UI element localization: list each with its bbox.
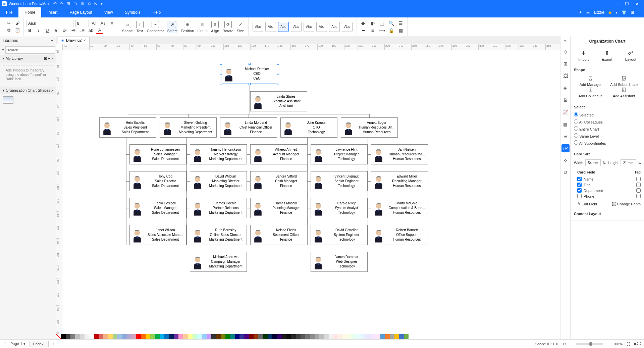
width-input[interactable] (585, 159, 601, 166)
size-tool[interactable]: ⤢Size (237, 21, 244, 33)
format-painter-icon[interactable]: 🖌 (14, 20, 21, 27)
org-node[interactable]: Janet WilsonSales Associate Mana...Sales… (129, 225, 186, 245)
color-swatch[interactable] (117, 334, 122, 339)
table-tab-icon[interactable]: ▦ (561, 120, 570, 128)
lock-icon[interactable]: 🔒 (388, 27, 395, 34)
copy-icon[interactable]: ⧉ (5, 27, 12, 34)
presentation-icon[interactable]: ▶⛶ (634, 342, 641, 346)
strike-icon[interactable]: S̶ (53, 27, 59, 34)
color-swatch[interactable] (174, 334, 178, 339)
color-swatch[interactable] (75, 334, 80, 339)
page-tab-icon[interactable]: 🗎 (561, 96, 570, 104)
color-swatch[interactable] (362, 334, 366, 339)
color-swatch[interactable] (169, 334, 174, 339)
color-swatch[interactable] (254, 334, 258, 339)
layers-tab-icon[interactable]: ◈ (561, 84, 570, 92)
export-button[interactable]: ⬆Export (602, 50, 612, 61)
selection-handle[interactable] (277, 63, 279, 65)
font-color-icon[interactable]: A (96, 27, 103, 34)
style-preset-5[interactable]: Abc (316, 22, 327, 32)
undo-icon[interactable]: ↶ (53, 1, 57, 6)
color-swatch[interactable] (296, 334, 301, 339)
cut-icon[interactable]: ✂ (5, 20, 12, 27)
color-swatch[interactable] (61, 334, 66, 339)
document-tab[interactable]: ◈ Drawing2 × (58, 37, 90, 44)
color-swatch[interactable] (286, 334, 291, 339)
field-phone[interactable]: Phone (577, 193, 641, 199)
color-swatch[interactable] (99, 334, 103, 339)
line-style-icon[interactable]: ━ (360, 27, 367, 34)
superscript-icon[interactable]: x² (61, 27, 68, 34)
open-icon[interactable]: 🗀 (73, 1, 77, 6)
style-preset-4[interactable]: Abc (304, 22, 314, 32)
org-node[interactable]: James DammarWeb DesignerTechnology (311, 252, 368, 272)
color-swatch[interactable] (404, 334, 409, 339)
position-tool[interactable]: ⊕Position (181, 21, 194, 33)
more-styles-icon[interactable]: ▦ (397, 27, 405, 34)
selection-handle[interactable] (220, 63, 222, 65)
increase-font-icon[interactable]: A↑ (91, 20, 98, 27)
select-option-all-subordinates[interactable]: All Subordinates (574, 139, 641, 146)
font-size-select[interactable] (75, 20, 89, 27)
position-tab-icon[interactable]: ⊹ (561, 156, 570, 164)
org-node[interactable]: Robert BarnettOffice SupportHuman Resour… (371, 225, 428, 245)
history-tab-icon[interactable]: ↺ (561, 168, 570, 177)
color-swatch[interactable] (258, 334, 263, 339)
color-swatch[interactable] (329, 334, 333, 339)
italic-icon[interactable]: I (35, 27, 42, 34)
color-swatch[interactable] (357, 334, 362, 339)
zoom-slider[interactable] (576, 343, 603, 345)
paste-icon[interactable]: 📋 (14, 27, 21, 34)
underline-icon[interactable]: U (44, 27, 51, 34)
org-node[interactable]: Lawrence FlintProject ManagerTechnology (311, 144, 368, 164)
org-node[interactable]: James DoeblePartner RelationsMarketing D… (190, 198, 247, 218)
org-shapes-label[interactable]: Organization Chart Shapes (6, 88, 50, 92)
selection-handle[interactable] (277, 73, 279, 75)
new-icon[interactable]: ⊞ (67, 1, 70, 6)
apps-icon[interactable]: ⊞ (631, 10, 634, 15)
color-swatch[interactable] (127, 334, 131, 339)
close-lib-icon[interactable]: × (51, 56, 53, 60)
text-tool[interactable]: TText (136, 21, 144, 33)
color-swatch[interactable] (94, 334, 99, 339)
field-name[interactable]: Name (577, 176, 641, 182)
save-icon[interactable]: 🗎 (81, 1, 85, 6)
org-node[interactable]: Linda StaresExecutive AssistantAssistant (250, 91, 307, 111)
color-swatch[interactable] (178, 334, 183, 339)
color-swatch[interactable] (89, 334, 94, 339)
close-tab-icon[interactable]: × (84, 38, 86, 42)
color-swatch[interactable] (80, 334, 85, 339)
color-swatch[interactable] (188, 334, 193, 339)
color-swatch[interactable] (235, 334, 239, 339)
color-swatch[interactable] (155, 334, 160, 339)
export-icon[interactable]: ⇱ (94, 1, 97, 6)
color-swatch[interactable] (380, 334, 385, 339)
color-swatch[interactable] (371, 334, 376, 339)
selection-handle[interactable] (249, 63, 251, 65)
org-node[interactable]: Sandra SiffordCash ManagerFinance (250, 171, 307, 191)
selection-handle[interactable] (277, 83, 279, 85)
highlight-icon[interactable]: ab (88, 27, 94, 34)
color-swatch[interactable] (333, 334, 338, 339)
color-swatch[interactable] (160, 334, 164, 339)
color-swatch[interactable] (305, 334, 310, 339)
add-assistant-button[interactable]: ⍗Add Assistant (608, 87, 640, 98)
color-swatch[interactable] (131, 334, 136, 339)
color-swatch[interactable] (244, 334, 249, 339)
menu-file[interactable]: File (0, 7, 18, 17)
org-node[interactable]: Julie KrauseCTOTechnology (280, 117, 337, 138)
org-node[interactable]: Steven GoldingMarketing PresidentMarketi… (160, 117, 217, 138)
send-icon[interactable]: ✈ (579, 10, 582, 15)
user-name[interactable]: Lizzie (594, 10, 604, 15)
page-nav-icon[interactable]: ⊟ (3, 342, 6, 346)
color-swatch[interactable] (113, 334, 117, 339)
color-swatch[interactable] (225, 334, 230, 339)
orgchart-tab-icon[interactable]: ☍ (561, 144, 570, 152)
qat-more-icon[interactable]: ▾ (101, 1, 103, 6)
color-swatch[interactable] (399, 334, 404, 339)
color-swatch[interactable] (207, 334, 211, 339)
color-swatch[interactable] (141, 334, 146, 339)
find-icon[interactable]: 🔍 (388, 19, 395, 27)
org-node[interactable]: Marty McGhieCompensation & Bene...Human … (371, 198, 428, 218)
selection-handle[interactable] (220, 73, 222, 75)
